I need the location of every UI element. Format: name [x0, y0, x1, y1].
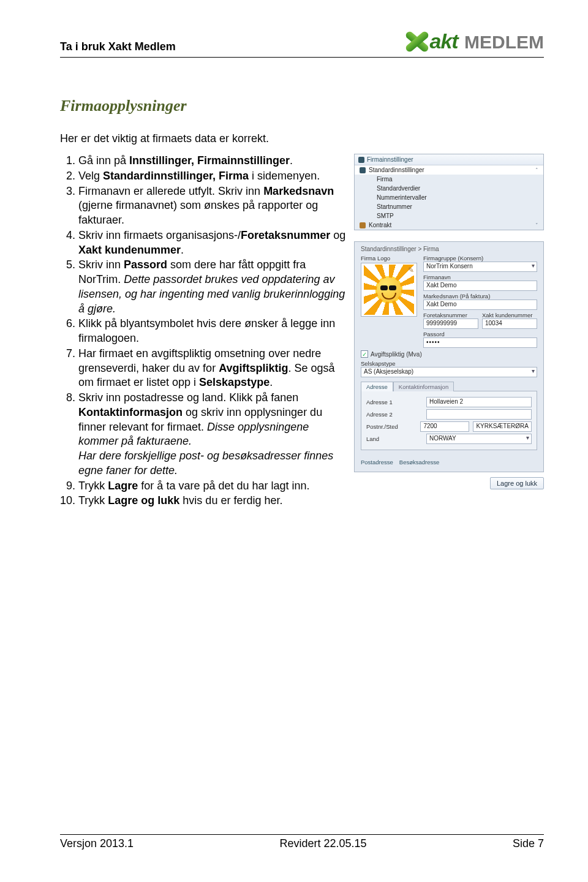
label-postnr: Postnr./Sted [366, 423, 417, 430]
firma-form: Standardinnstillinger > Firma Firma Logo… [354, 241, 544, 472]
tab-adresse[interactable]: Adresse [361, 382, 393, 391]
logo-x-icon [405, 31, 429, 52]
foretaksnummer-input[interactable]: 999999999 [423, 318, 478, 329]
checkbox-checked-icon: ✓ [361, 350, 368, 358]
firmagruppe-select[interactable]: NorTrim Konsern [423, 262, 537, 272]
postnr-input[interactable]: 7200 [420, 421, 469, 432]
folder-icon [360, 167, 366, 173]
page-footer: Versjon 2013.1 Revidert 22.05.15 Side 7 [60, 834, 544, 850]
steps-list: Gå inn på Innstillinger, Firmainnstillin… [60, 154, 348, 508]
label-firmagruppe: Firmagruppe (Konsern) [423, 255, 537, 262]
step-8: Skriv inn postadresse og land. Klikk på … [78, 391, 348, 478]
label-selskapstype: Selskapstype [361, 360, 537, 367]
breadcrumb: Standardinnstillinger > Firma [361, 246, 537, 252]
label-adresse2: Adresse 2 [366, 411, 423, 418]
label-xakt-kunde: Xakt kundenummer [482, 312, 537, 318]
step-6: Klikk på blyantsymbolet hvis dere ønsker… [78, 317, 348, 346]
avgift-checkbox[interactable]: ✓ Avgiftspliktig (Mva) [361, 350, 537, 358]
selskapstype-select[interactable]: AS (Aksjeselskap) [361, 367, 537, 377]
footer-revised: Revidert 22.05.15 [279, 837, 366, 850]
pencil-icon[interactable]: ✎ [408, 266, 414, 274]
label-markedsnavn: Markedsnavn (På faktura) [423, 293, 537, 300]
chevron-down-icon: ˅ [535, 222, 538, 228]
step-2: Velg Standardinnstillinger, Firma i side… [78, 169, 348, 184]
label-passord: Passord [423, 331, 537, 337]
step-7: Har firmaet en avgiftspliktig omsetning … [78, 347, 348, 390]
footer-version: Versjon 2013.1 [60, 837, 134, 850]
tree-root[interactable]: Standardinnstillinger ˄ [355, 165, 543, 175]
page-header: Ta i bruk Xakt Medlem akt MEDLEM [60, 29, 544, 58]
sun-icon [370, 271, 408, 309]
footer-tab-postadresse[interactable]: Postadresse [361, 459, 393, 466]
panel-title: Firmainnstillinger [355, 154, 543, 165]
adresse1-input[interactable]: Hollaveien 2 [426, 397, 532, 407]
land-select[interactable]: NORWAY [426, 434, 532, 444]
tree-item[interactable]: SMTP [355, 211, 543, 221]
footer-tab-besoksadresse[interactable]: Besøksadresse [399, 459, 439, 466]
step-4: Skriv inn firmaets organisasjons-/Foreta… [78, 228, 348, 258]
save-close-button[interactable]: Lagre og lukk [490, 477, 544, 489]
markedsnavn-input[interactable]: Xakt Demo [423, 300, 537, 310]
logo-preview[interactable]: ✎ [361, 263, 417, 317]
label-land: Land [366, 435, 423, 442]
firmanavn-input[interactable]: Xakt Demo [423, 281, 537, 291]
step-1: Gå inn på Innstillinger, Firmainnstillin… [78, 154, 348, 168]
step-9: Trykk Lagre for å ta vare på det du har … [78, 479, 348, 494]
header-title: Ta i bruk Xakt Medlem [60, 40, 176, 53]
label-foretaksnummer: Foretaksnummer [423, 312, 478, 318]
step-10: Trykk Lagre og lukk hvis du er ferdig he… [78, 494, 348, 508]
tree-item[interactable]: Nummerintervaller [355, 193, 543, 202]
tree-item[interactable]: Startnummer [355, 202, 543, 211]
tab-kontakt[interactable]: Kontaktinformasjon [393, 382, 454, 391]
lead-text: Her er det viktig at firmaets data er ko… [60, 132, 544, 145]
screenshot-column: Firmainnstillinger Standardinnstillinger… [354, 154, 544, 509]
tree-kontrakt[interactable]: Kontrakt ˅ [355, 221, 543, 230]
contract-icon [360, 222, 366, 228]
chevron-up-icon: ˄ [535, 167, 538, 173]
footer-page: Side 7 [513, 837, 544, 850]
sted-input[interactable]: KYRKSÆTERØRA [473, 421, 532, 432]
tree-item[interactable]: Firma [355, 175, 543, 184]
instructions-column: Gå inn på Innstillinger, Firmainnstillin… [60, 154, 348, 509]
section-title: Firmaopplysninger [60, 97, 544, 115]
label-firma-logo: Firma Logo [361, 255, 417, 262]
tree-item[interactable]: Standardverdier [355, 184, 543, 193]
step-3: Firmanavn er allerede utfylt. Skriv inn … [78, 184, 348, 228]
settings-tree-panel: Firmainnstillinger Standardinnstillinger… [354, 154, 544, 230]
brand-logo: akt MEDLEM [405, 29, 544, 53]
label-adresse1: Adresse 1 [366, 399, 423, 405]
gear-icon [358, 157, 364, 163]
logo-text: akt MEDLEM [430, 29, 544, 53]
adresse2-input[interactable] [426, 409, 532, 420]
xakt-kunde-input[interactable]: 10034 [482, 318, 537, 329]
step-5: Skriv inn Passord som dere har fått oppg… [78, 258, 348, 316]
passord-input[interactable]: ••••• [423, 337, 537, 348]
label-firmanavn: Firmanavn [423, 274, 537, 281]
